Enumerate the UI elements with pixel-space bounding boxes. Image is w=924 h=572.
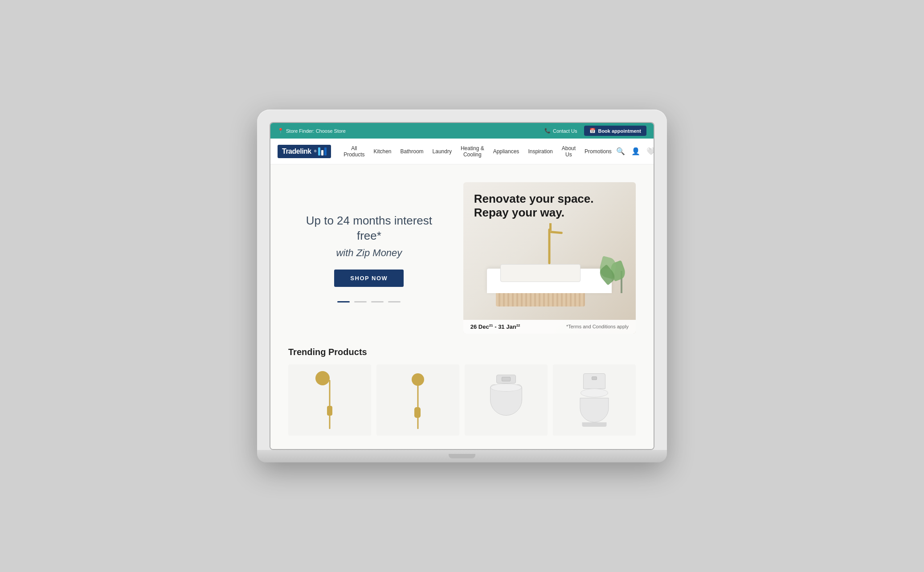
product-card-shower-2[interactable] [376, 364, 459, 436]
book-appointment-button[interactable]: 📅 Book appointment [584, 126, 646, 136]
top-bar-actions: 📞 Contact Us 📅 Book appointment [544, 126, 646, 136]
hero-section: Up to 24 months interest free* with Zip … [270, 164, 654, 343]
hero-banner-title: Renovate your space. Repay your way. [463, 182, 636, 223]
plant-decoration [621, 271, 622, 293]
nav-item-all-products[interactable]: AllProducts [339, 139, 369, 164]
main-nav: AllProducts Kitchen Bathroom Laundry Hea… [339, 139, 616, 164]
shop-now-button[interactable]: SHOP NOW [334, 270, 404, 287]
carousel-dot-3[interactable] [371, 301, 384, 302]
carousel-dot-1[interactable] [337, 301, 350, 302]
laptop-base [257, 450, 667, 462]
toilet-floor-standing-visual [579, 373, 610, 427]
shower-gold-1-visual [316, 371, 343, 429]
product-grid [288, 364, 636, 436]
terms-conditions: *Terms and Conditions apply [566, 324, 629, 329]
nav-bar: Tradelink ® AllProducts Kitchen Bathroom [270, 139, 654, 164]
store-finder-text: Store Finder: Choose Store [286, 128, 346, 134]
carousel-dot-4[interactable] [388, 301, 401, 302]
contact-label: Contact Us [553, 128, 577, 134]
laptop-notch [449, 454, 475, 458]
hero-title-line1: Renovate your space. [474, 192, 594, 205]
nav-label-inspiration: Inspiration [528, 148, 552, 155]
hero-banner-image: Renovate your space. Repay your way. [463, 182, 636, 334]
hero-footer: 26 Dec21 - 31 Jan22 *Terms and Condition… [463, 320, 636, 334]
logo-registered: ® [314, 149, 316, 153]
nav-item-heating-cooling[interactable]: Heating &Cooling [456, 139, 489, 164]
date-separator: - [495, 323, 498, 330]
nav-label-bathroom: Bathroom [401, 148, 424, 155]
nav-label-kitchen: Kitchen [374, 148, 392, 155]
wishlist-icon[interactable]: 🤍 [646, 147, 654, 155]
nav-item-kitchen[interactable]: Kitchen [369, 139, 396, 164]
nav-item-appliances[interactable]: Appliances [489, 139, 524, 164]
nav-label-all-products: AllProducts [343, 145, 364, 158]
store-finder[interactable]: 📍 Store Finder: Choose Store [278, 128, 346, 134]
promotion-dates: 26 Dec21 - 31 Jan22 [470, 323, 520, 330]
top-bar: 📍 Store Finder: Choose Store 📞 Contact U… [270, 123, 654, 139]
product-card-toilet-1[interactable] [465, 364, 548, 436]
trending-section: Trending Products [270, 343, 654, 449]
shower-gold-2-visual [405, 371, 431, 429]
location-icon: 📍 [278, 128, 284, 134]
date-start-super: 21 [489, 323, 493, 327]
contact-us-button[interactable]: 📞 Contact Us [544, 128, 577, 134]
product-card-shower-1[interactable] [288, 364, 371, 436]
logo-bars [318, 147, 327, 155]
hero-subheadline: with Zip Money [336, 247, 402, 259]
nav-icons: 🔍 👤 🤍 🛒 [616, 147, 654, 155]
book-label: Book appointment [598, 128, 641, 134]
nav-label-about-us: AboutUs [562, 145, 576, 158]
nav-label-laundry: Laundry [433, 148, 452, 155]
nav-item-inspiration[interactable]: Inspiration [523, 139, 557, 164]
bathroom-visual [487, 223, 612, 293]
laptop-screen: 📍 Store Finder: Choose Store 📞 Contact U… [270, 122, 654, 450]
nav-label-heating-cooling: Heating &Cooling [461, 145, 484, 158]
date-end-super: 22 [516, 323, 520, 327]
logo[interactable]: Tradelink ® [278, 145, 331, 158]
nav-label-appliances: Appliances [493, 148, 519, 155]
search-icon[interactable]: 🔍 [616, 147, 625, 155]
nav-item-promotions[interactable]: Promotions [580, 139, 616, 164]
nav-label-promotions: Promotions [585, 148, 612, 155]
calendar-icon: 📅 [589, 128, 596, 134]
hero-right-panel: Renovate your space. Repay your way. [463, 182, 636, 334]
nav-item-bathroom[interactable]: Bathroom [396, 139, 428, 164]
phone-icon: 📞 [544, 128, 551, 134]
trending-title: Trending Products [288, 347, 636, 357]
date-end: 31 Jan [498, 323, 516, 330]
laptop-frame: 📍 Store Finder: Choose Store 📞 Contact U… [257, 110, 667, 462]
product-card-toilet-2[interactable] [553, 364, 636, 436]
toilet-wall-hung-visual [488, 371, 524, 429]
hero-title-line2: Repay your way. [474, 206, 564, 219]
carousel-dots [337, 301, 401, 302]
account-icon[interactable]: 👤 [631, 147, 640, 155]
logo-text: Tradelink [282, 147, 311, 155]
nav-item-laundry[interactable]: Laundry [428, 139, 456, 164]
hero-headline: Up to 24 months interest free* [297, 213, 441, 244]
date-start: 26 Dec [470, 323, 489, 330]
carousel-dot-2[interactable] [354, 301, 367, 302]
hero-visual-area [463, 223, 636, 319]
hero-left-panel: Up to 24 months interest free* with Zip … [288, 204, 450, 311]
main-content: Up to 24 months interest free* with Zip … [270, 164, 654, 449]
nav-item-about-us[interactable]: AboutUs [557, 139, 580, 164]
